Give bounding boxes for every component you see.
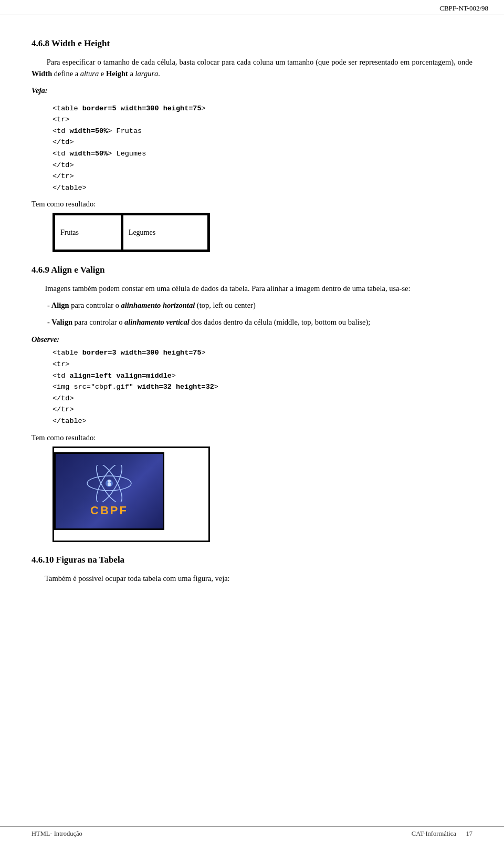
- section-468: 4.6.8 Width e Height Para especificar o …: [32, 38, 472, 252]
- height-keyword: Height: [106, 69, 128, 78]
- header-title: CBPF-NT-002/98: [439, 4, 488, 13]
- alinhamento-vertical: alinhamento vertical: [124, 318, 190, 326]
- cbpf-text-label: CBPF: [90, 504, 128, 517]
- section-468-title: 4.6.8 Width e Height: [32, 38, 472, 49]
- code2-line-7: </table>: [52, 417, 87, 425]
- result-label-468: Tem como resultado:: [32, 200, 472, 209]
- section-468-intro: Para especificar o tamanho de cada célul…: [32, 56, 472, 80]
- footer-right: CAT-Informática 17: [412, 830, 472, 838]
- svg-point-4: [108, 480, 111, 483]
- altura-word: altura: [80, 69, 99, 78]
- code2-line-1: <table border=3 width=300 height=75>: [52, 349, 206, 357]
- section-4610-title: 4.6.10 Figuras na Tabela: [32, 555, 472, 565]
- veja-label-468: Veja:: [32, 85, 472, 97]
- table-cell-legumes: Legumes: [122, 214, 208, 251]
- code2-line-6: </tr>: [52, 406, 74, 413]
- code2-line-3: <td align=left valign=middle>: [52, 372, 176, 380]
- section-469: 4.6.9 Align e Valign Imagens também pode…: [32, 265, 472, 542]
- code-line-4: </td>: [52, 138, 74, 146]
- alinhamento-horizontal: alinhamento horizontal: [121, 301, 195, 309]
- result-label-469: Tem como resultado:: [32, 433, 472, 442]
- code-line-3: <td width=50%> Frutas: [52, 127, 142, 135]
- footer-left: HTML- Introdução: [32, 830, 82, 838]
- bullet-valign: - Valign para controlar o alinhamento ve…: [47, 317, 472, 328]
- largura-word: largura: [135, 69, 159, 78]
- page-footer: HTML- Introdução CAT-Informática 17: [0, 826, 504, 841]
- table-cell-cbpf-image: CBPF: [54, 447, 209, 541]
- code-block-469: <table border=3 width=300 height=75> <tr…: [52, 347, 472, 427]
- table-row: CBPF: [54, 447, 209, 541]
- cbpf-image-graphic: CBPF: [56, 454, 163, 528]
- section-469-intro: Imagens também podem constar em uma célu…: [32, 283, 472, 294]
- demo-table-469: CBPF: [52, 447, 210, 542]
- section-4610-intro: Também é possível ocupar toda tabela com…: [32, 573, 472, 584]
- page-header: CBPF-NT-002/98: [0, 0, 504, 15]
- code-line-8: </table>: [52, 184, 87, 192]
- code-line-6: </td>: [52, 161, 74, 169]
- table-cell-frutas: Frutas: [54, 214, 122, 251]
- code2-line-4: <img src="cbpf.gif" width=32 height=32>: [52, 383, 218, 391]
- code-block-468: <table border=5 width=300 height=75> <tr…: [52, 103, 472, 194]
- width-keyword: Width: [32, 69, 52, 78]
- code-line-2: <tr>: [52, 116, 69, 123]
- demo-table-468: Frutas Legumes: [52, 213, 210, 252]
- table-row: Frutas Legumes: [54, 214, 209, 251]
- code2-line-2: <tr>: [52, 360, 69, 368]
- page-content: 4.6.8 Width e Height Para especificar o …: [0, 15, 504, 621]
- bullet-align: - Align para controlar o alinhamento hor…: [47, 300, 472, 312]
- section-4610: 4.6.10 Figuras na Tabela Também é possív…: [32, 555, 472, 584]
- section-469-title: 4.6.9 Align e Valign: [32, 265, 472, 275]
- code-line-1: <table border=5 width=300 height=75>: [52, 105, 206, 112]
- code-line-7: </tr>: [52, 172, 74, 180]
- atom-svg: [86, 465, 133, 502]
- svg-rect-5: [108, 483, 111, 486]
- code2-line-5: </td>: [52, 394, 74, 402]
- code-line-5: <td width=50%> Legumes: [52, 150, 146, 158]
- cbpf-image-container: CBPF: [54, 452, 164, 530]
- observe-label-469: Observe:: [32, 335, 472, 344]
